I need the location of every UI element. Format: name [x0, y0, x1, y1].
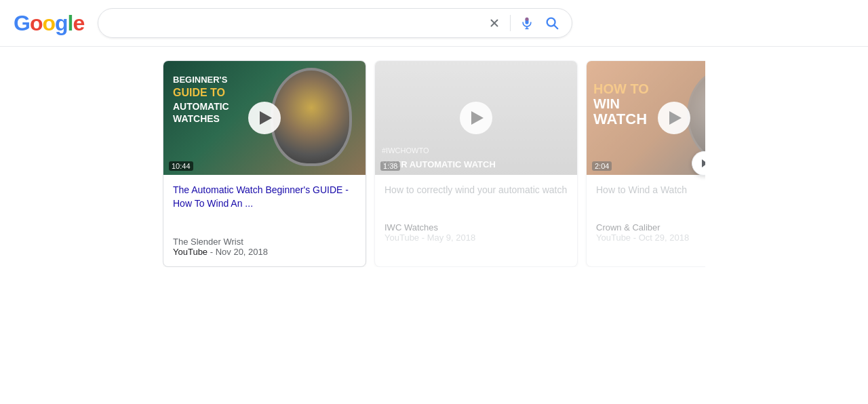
video-source-date-2: YouTube - May 9, 2018 — [384, 233, 568, 243]
thumb-text-line4: WATCHES — [173, 113, 229, 125]
logo-letter-o1: o — [30, 11, 43, 35]
thumb-text-3-line2: WIN — [593, 96, 649, 111]
video-source-1: YouTube — [173, 247, 208, 257]
clear-icon — [488, 17, 500, 29]
header: Google how to wind an automatic watch — [0, 0, 868, 47]
video-date-3: Oct 29, 2018 — [639, 233, 689, 243]
video-source-date-1: YouTube - Nov 20, 2018 — [173, 247, 356, 257]
video-card-1-inner: BEGINNER'S GUIDE TO AUTOMATIC WATCHES 10… — [163, 61, 366, 266]
video-duration-3: 2:04 — [592, 161, 612, 171]
video-date-2: May 9, 2018 — [427, 233, 476, 243]
thumb-text-line3: AUTOMATIC — [173, 100, 229, 113]
video-duration-1: 10:44 — [169, 161, 193, 171]
video-date-1: Nov 20, 2018 — [216, 247, 268, 257]
video-meta-2: IWC Watches YouTube - May 9, 2018 — [384, 222, 568, 243]
video-card-3-inner: HOW TO WIN WATCH 2:04 How to Wind a Watc… — [587, 61, 705, 266]
video-card-2[interactable]: #IWCHOWTO YOUR AUTOMATIC WATCH 1:38 How … — [374, 60, 578, 267]
video-thumbnail-3[interactable]: HOW TO WIN WATCH 2:04 — [587, 61, 705, 175]
date-separator-3: - — [633, 233, 639, 243]
play-button-3[interactable] — [658, 102, 690, 134]
thumb-text-3: HOW TO WIN WATCH — [593, 81, 649, 127]
svg-rect-5 — [526, 18, 529, 21]
logo-letter-o2: o — [42, 11, 55, 35]
search-divider — [510, 15, 511, 31]
play-triangle-1 — [260, 111, 272, 125]
play-button-1[interactable] — [248, 102, 281, 134]
card-spacer-2 — [384, 202, 568, 222]
video-title-1[interactable]: The Automatic Watch Beginner's GUIDE - H… — [173, 183, 356, 211]
video-thumbnail-2[interactable]: #IWCHOWTO YOUR AUTOMATIC WATCH 1:38 — [375, 61, 577, 175]
search-button[interactable] — [543, 14, 561, 32]
voice-search-button[interactable] — [519, 15, 535, 31]
video-info-2: How to correctly wind your automatic wat… — [375, 175, 577, 252]
play-triangle-3 — [669, 111, 682, 125]
channel-name-1: The Slender Wrist — [173, 237, 356, 247]
main-content: BEGINNER'S GUIDE TO AUTOMATIC WATCHES 10… — [0, 47, 868, 281]
video-source-3: YouTube — [596, 233, 631, 243]
logo-letter-g: G — [14, 11, 30, 35]
search-icon — [545, 16, 559, 31]
thumb-channel-tag-2: #IWCHOWTO — [382, 146, 429, 155]
video-title-3[interactable]: How to Wind a Watch — [596, 183, 705, 197]
logo-letter-e: e — [73, 11, 84, 35]
play-button-2[interactable] — [460, 102, 492, 134]
card-spacer-1 — [173, 216, 356, 237]
video-duration-2: 1:38 — [380, 161, 400, 171]
channel-name-3: Crown & Caliber — [596, 222, 705, 233]
mic-icon — [520, 16, 534, 30]
thumb-text-3-line1: HOW TO — [593, 81, 649, 96]
video-meta-3: Crown & Caliber YouTube - Oct 29, 2018 — [596, 222, 705, 243]
thumb-text-line1: BEGINNER'S — [173, 75, 229, 86]
arrow-right-icon — [702, 159, 705, 167]
thumb-text-3-line3: WATCH — [593, 111, 649, 127]
video-info-3: How to Wind a Watch Crown & Caliber YouT… — [587, 175, 705, 252]
video-meta-1: The Slender Wrist YouTube - Nov 20, 2018 — [173, 237, 356, 257]
logo-letter-g2: g — [55, 11, 68, 35]
video-source-2: YouTube — [384, 233, 419, 243]
search-bar: how to wind an automatic watch — [98, 8, 572, 38]
thumb-bottom-text-2: YOUR AUTOMATIC WATCH — [382, 159, 570, 169]
search-bar-icons — [487, 14, 561, 32]
thumbnail-1-text: BEGINNER'S GUIDE TO AUTOMATIC WATCHES — [173, 75, 229, 125]
thumb-text-line2: GUIDE TO — [173, 86, 229, 100]
date-separator-2: - — [422, 233, 427, 243]
videos-carousel: BEGINNER'S GUIDE TO AUTOMATIC WATCHES 10… — [163, 60, 705, 267]
clear-button[interactable] — [487, 16, 502, 31]
video-title-2[interactable]: How to correctly wind your automatic wat… — [384, 183, 568, 197]
video-card-2-inner: #IWCHOWTO YOUR AUTOMATIC WATCH 1:38 How … — [375, 61, 577, 266]
watch-image-1 — [271, 68, 352, 166]
channel-name-2: IWC Watches — [384, 222, 568, 233]
video-info-1: The Automatic Watch Beginner's GUIDE - H… — [163, 175, 366, 266]
search-input[interactable]: how to wind an automatic watch — [109, 17, 480, 29]
card-spacer-3 — [596, 202, 705, 222]
video-card-3[interactable]: HOW TO WIN WATCH 2:04 How to Wind a Watc… — [586, 60, 705, 267]
date-separator-1: - — [210, 247, 216, 257]
video-thumbnail-1[interactable]: BEGINNER'S GUIDE TO AUTOMATIC WATCHES 10… — [163, 61, 366, 175]
google-logo: Google — [14, 11, 84, 36]
video-card-1[interactable]: BEGINNER'S GUIDE TO AUTOMATIC WATCHES 10… — [163, 60, 366, 267]
svg-line-7 — [554, 25, 557, 28]
video-source-date-3: YouTube - Oct 29, 2018 — [596, 233, 705, 243]
play-triangle-2 — [471, 111, 484, 125]
